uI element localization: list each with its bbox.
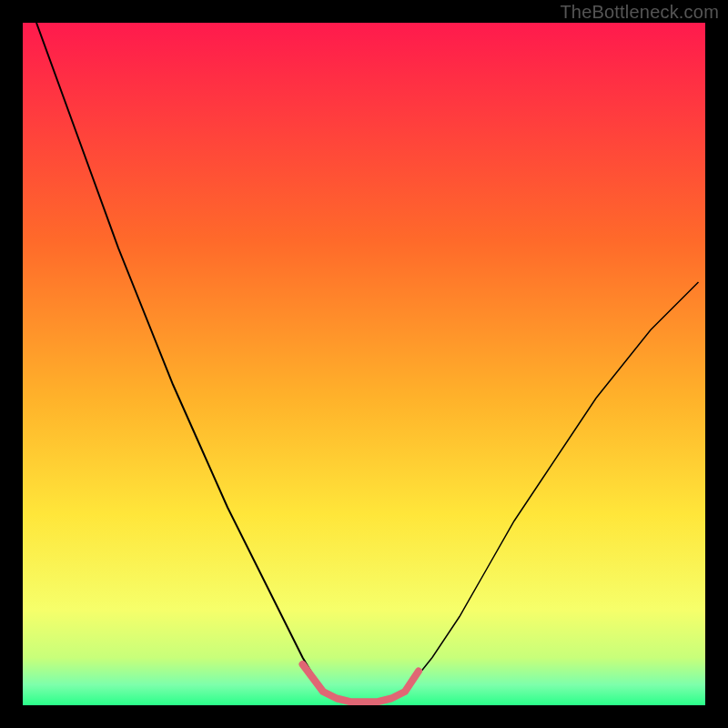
- plot-area: [23, 23, 705, 705]
- watermark-text: TheBottleneck.com: [560, 2, 719, 23]
- series-left-curve: [36, 23, 323, 692]
- series-right-curve: [405, 282, 699, 692]
- series-bottom-highlight: [303, 664, 420, 702]
- chart-frame: TheBottleneck.com: [0, 0, 728, 728]
- curve-layer: [23, 23, 705, 705]
